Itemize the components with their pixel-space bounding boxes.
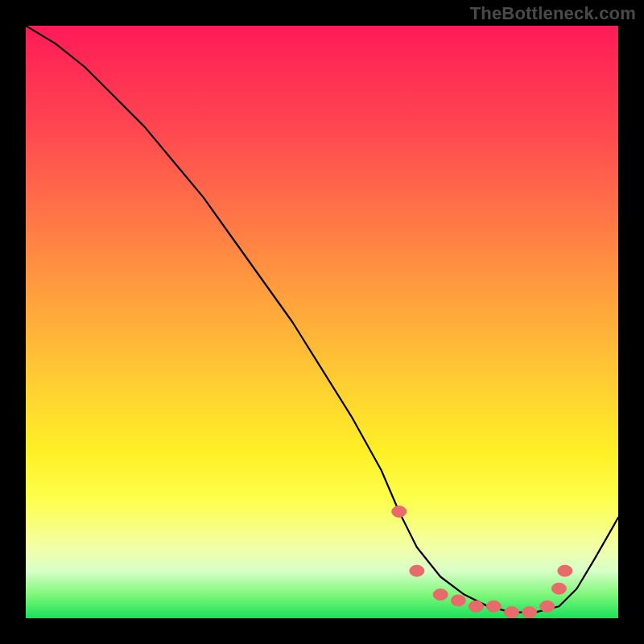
chart-frame: TheBottleneck.com (0, 0, 644, 644)
plot-area (26, 26, 618, 618)
gradient-background (26, 26, 618, 618)
watermark-text: TheBottleneck.com (470, 3, 636, 24)
